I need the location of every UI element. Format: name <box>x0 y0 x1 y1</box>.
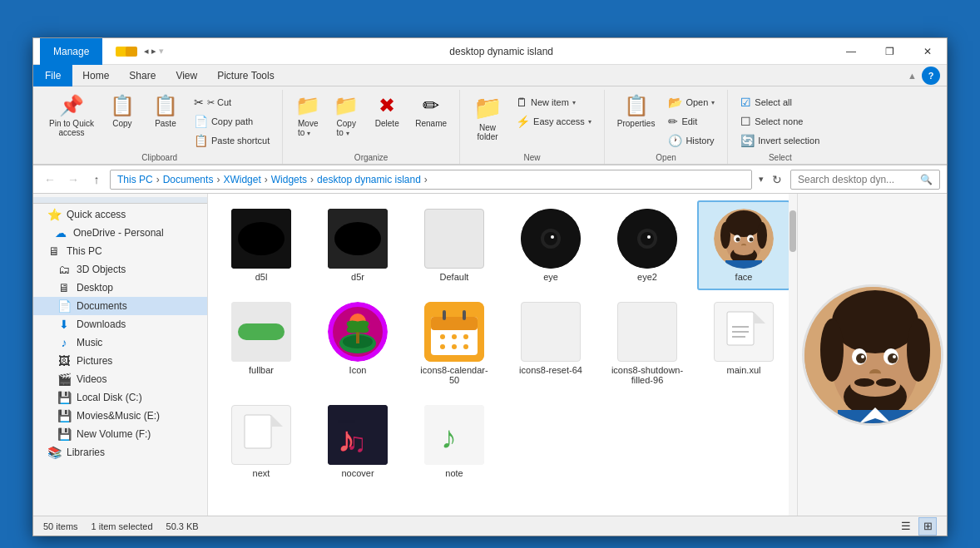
ribbon-open-row: 📋 Properties 📂 Open ▾ ✏ Edit 🕐 <box>611 90 721 150</box>
forward-icon[interactable]: ▸ <box>151 46 156 57</box>
invert-selection-button[interactable]: 🔄 Invert selection <box>735 131 825 150</box>
sidebar-item-local-disk-c[interactable]: 💾 Local Disk (C:) <box>33 388 207 407</box>
default-thumbnail <box>426 210 483 267</box>
file-item-default[interactable]: Default <box>408 200 501 290</box>
new-small-btns: 🗒 New item ▾ ⚡ Easy access ▾ <box>510 90 597 131</box>
sidebar-item-documents[interactable]: 📄 Documents <box>33 297 207 315</box>
sidebar-item-new-volume[interactable]: 💾 New Volume (F:) <box>33 425 207 443</box>
file-item-d5r[interactable]: d5r <box>311 200 404 290</box>
back-icon[interactable]: ◂ <box>144 46 149 57</box>
ribbon-select-group: ☑ Select all ☐ Select none 🔄 Invert sele… <box>728 90 832 164</box>
sidebar-item-downloads[interactable]: ⬇ Downloads <box>33 315 207 333</box>
delete-button[interactable]: ✖ Delete <box>366 90 408 132</box>
menu-share[interactable]: Share <box>119 65 166 86</box>
rename-button[interactable]: ✏ Rename <box>409 90 453 132</box>
face-thumbnail <box>714 209 774 269</box>
refresh-button[interactable]: ↻ <box>767 170 787 190</box>
status-bar: 50 items 1 item selected 50.3 KB ☰ ⊞ <box>33 516 947 536</box>
move-to-label: Moveto ▾ <box>298 119 318 137</box>
file-item-fullbar[interactable]: fullbar <box>215 294 308 393</box>
local-disk-c-icon: 💾 <box>57 391 72 404</box>
up-nav-button[interactable]: ↑ <box>87 170 106 190</box>
menu-file[interactable]: File <box>33 65 72 86</box>
address-bar: ← → ↑ This PC › Documents › XWidget › Wi… <box>33 165 947 194</box>
file-item-d5l[interactable]: d5l <box>215 200 308 290</box>
copy-to-button[interactable]: 📁 Copyto ▾ <box>328 90 364 141</box>
address-dropdown-arrow[interactable]: ▾ <box>759 174 764 185</box>
grid-view-button[interactable]: ⊞ <box>918 517 937 536</box>
copy-path-button[interactable]: 📄 Copy path <box>188 112 275 131</box>
properties-icon: 📋 <box>624 94 649 117</box>
sidebar-item-onedrive[interactable]: ☁ OneDrive - Personal <box>33 224 207 242</box>
edit-button[interactable]: ✏ Edit <box>662 112 720 131</box>
file-item-eye[interactable]: eye <box>504 200 597 290</box>
search-input[interactable] <box>798 174 920 185</box>
path-documents[interactable]: Documents <box>163 174 214 185</box>
menu-view[interactable]: View <box>166 65 207 86</box>
paste-shortcut-button[interactable]: 📋 Paste shortcut <box>188 131 275 150</box>
open-arrow: ▾ <box>711 99 715 106</box>
menu-home[interactable]: Home <box>72 65 119 86</box>
file-item-shutdown[interactable]: icons8-shutdown-filled-96 <box>601 294 694 393</box>
file-icon-note: ♪ <box>424 405 484 465</box>
path-desktop-di[interactable]: desktop dynamic island <box>317 174 421 185</box>
sidebar-item-libraries[interactable]: 📚 Libraries <box>33 443 207 462</box>
open-small-btns: 📂 Open ▾ ✏ Edit 🕐 History <box>662 90 720 150</box>
minimize-button[interactable]: — <box>832 38 870 65</box>
file-icon-main-xul <box>714 302 774 362</box>
file-item-face[interactable]: face <box>697 200 790 290</box>
select-all-button[interactable]: ☑ Select all <box>735 93 825 111</box>
window-title: desktop dynamic island <box>171 46 832 57</box>
file-area: d5l d5r <box>208 194 797 516</box>
ribbon: 📌 Pin to Quickaccess 📋 Copy 📋 Paste ✂ <box>33 86 947 165</box>
svg-point-1 <box>238 222 285 255</box>
file-item-eye2[interactable]: eye2 <box>601 200 694 290</box>
menu-picture-tools[interactable]: Picture Tools <box>207 65 284 86</box>
paste-button[interactable]: 📋 Paste <box>145 90 186 132</box>
forward-nav-button[interactable]: → <box>63 170 83 190</box>
easy-access-button[interactable]: ⚡ Easy access ▾ <box>510 112 597 131</box>
rename-label: Rename <box>415 119 447 128</box>
path-this-pc[interactable]: This PC <box>117 174 153 185</box>
help-button[interactable]: ? <box>922 67 940 85</box>
file-item-reset[interactable]: icons8-reset-64 <box>504 294 597 393</box>
sidebar-item-3d-objects[interactable]: 🗂 3D Objects <box>33 260 207 279</box>
svg-point-73 <box>861 355 864 358</box>
file-item-icon[interactable]: Icon <box>311 294 404 393</box>
open-button[interactable]: 📂 Open ▾ <box>662 93 720 111</box>
file-item-nocover[interactable]: ♪ ♪ ♫ nocover <box>311 397 404 486</box>
history-button[interactable]: 🕐 History <box>662 131 720 150</box>
new-folder-button[interactable]: 📁 Newfolder <box>467 90 508 146</box>
tab-manage[interactable]: Manage <box>40 38 102 65</box>
close-button[interactable]: ✕ <box>908 38 947 65</box>
select-none-button[interactable]: ☐ Select none <box>735 112 825 131</box>
properties-button[interactable]: 📋 Properties <box>611 90 661 132</box>
sidebar-item-pictures[interactable]: 🖼 Pictures <box>33 352 207 370</box>
file-item-next[interactable]: next <box>215 397 308 486</box>
address-path[interactable]: This PC › Documents › XWidget › Widgets … <box>110 170 752 190</box>
list-view-button[interactable]: ☰ <box>897 517 915 536</box>
back-nav-button[interactable]: ← <box>40 170 60 190</box>
file-item-main-xul[interactable]: main.xul <box>697 294 790 393</box>
new-volume-label: New Volume (F:) <box>77 428 200 440</box>
path-widgets[interactable]: Widgets <box>271 174 307 185</box>
sidebar-item-desktop[interactable]: 🖥 Desktop <box>33 279 207 297</box>
file-icon-shutdown <box>617 302 677 362</box>
sidebar-item-this-pc[interactable]: 🖥 This PC <box>33 242 207 260</box>
path-xwidget[interactable]: XWidget <box>223 174 260 185</box>
videos-icon: 🎬 <box>57 373 72 386</box>
sidebar-item-movies-music[interactable]: 💾 Movies&Music (E:) <box>33 407 207 425</box>
pin-to-quick-access-button[interactable]: 📌 Pin to Quickaccess <box>43 90 100 141</box>
svg-point-40 <box>452 334 457 339</box>
new-item-button[interactable]: 🗒 New item ▾ <box>510 93 597 111</box>
sidebar-item-quick-access[interactable]: ⭐ Quick access <box>33 205 207 224</box>
file-item-note[interactable]: ♪ note <box>408 397 501 486</box>
copy-button[interactable]: 📋 Copy <box>101 90 143 132</box>
file-item-calendar[interactable]: icons8-calendar-50 <box>408 294 501 393</box>
sidebar-item-videos[interactable]: 🎬 Videos <box>33 370 207 388</box>
sidebar-item-music[interactable]: ♪ Music <box>33 333 207 352</box>
cut-button[interactable]: ✂ ✂ Cut <box>188 93 275 111</box>
maximize-button[interactable]: ❐ <box>870 38 908 65</box>
move-to-button[interactable]: 📁 Moveto ▾ <box>290 90 326 141</box>
search-box[interactable]: 🔍 <box>790 170 940 190</box>
